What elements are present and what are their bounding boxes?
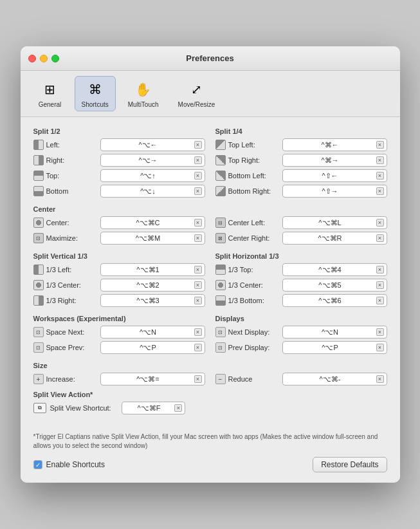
topright-shortcut: ^⌘→ bbox=[286, 156, 375, 165]
splith1-shortcut: ^⌥⌘4 bbox=[286, 266, 375, 274]
center-row: Center Center: ^⌥⌘C × ⊡ Maximize: ^⌥⌘M × bbox=[33, 205, 387, 247]
topright-clear[interactable]: × bbox=[376, 156, 384, 164]
split12-left-row: Left: ^⌥← × bbox=[33, 138, 205, 151]
splitview-clear[interactable]: × bbox=[174, 404, 182, 412]
increase-clear[interactable]: × bbox=[194, 375, 202, 383]
splitv1-shortcut: ^⌥⌘1 bbox=[104, 266, 193, 274]
splitview-field[interactable]: ^⌥⌘F × bbox=[122, 402, 186, 414]
nextdisplay-clear[interactable]: × bbox=[376, 328, 384, 336]
spacenext-field[interactable]: ^⌥N × bbox=[100, 326, 205, 339]
spaceprev-field[interactable]: ^⌥P × bbox=[100, 341, 205, 354]
splith2-field[interactable]: ^⌥⌘5 × bbox=[282, 279, 387, 292]
top-field[interactable]: ^⌥↑ × bbox=[100, 169, 205, 182]
splitv2-shortcut: ^⌥⌘2 bbox=[104, 281, 193, 290]
spacenext-shortcut: ^⌥N bbox=[104, 328, 193, 337]
bottomright-field[interactable]: ^⇧→ × bbox=[282, 185, 387, 198]
general-icon: ⊞ bbox=[40, 79, 60, 100]
nextdisplay-label: Next Display: bbox=[228, 328, 280, 336]
bottomleft-clear[interactable]: × bbox=[376, 172, 384, 180]
workspace-displays-row: Workspaces (Experimental) ⊡ Space Next: … bbox=[33, 315, 387, 357]
restore-defaults-button[interactable]: Restore Defaults bbox=[313, 457, 387, 472]
bottomright-clear[interactable]: × bbox=[376, 187, 384, 195]
splith1-field[interactable]: ^⌥⌘4 × bbox=[282, 263, 387, 276]
reduce-icon: − bbox=[215, 374, 226, 384]
splitv1-field[interactable]: ^⌥⌘1 × bbox=[100, 263, 205, 276]
spacenext-clear[interactable]: × bbox=[194, 328, 202, 336]
prevdisplay-field[interactable]: ^⌥P × bbox=[282, 341, 387, 354]
size-reduce-row: − Reduce ^⌥⌘- × bbox=[215, 373, 387, 385]
splith3-clear[interactable]: × bbox=[376, 297, 384, 304]
splitv-1-row: 1/3 Left: ^⌥⌘1 × bbox=[33, 263, 205, 276]
nextdisplay-field[interactable]: ^⌥N × bbox=[282, 326, 387, 339]
center-maximize-row: ⊡ Maximize: ^⌥⌘M × bbox=[33, 232, 205, 245]
bottomleft-field[interactable]: ^⇧← × bbox=[282, 169, 387, 182]
spaceprev-shortcut: ^⌥P bbox=[104, 344, 193, 352]
bottomleft-label: Bottom Left: bbox=[228, 172, 280, 180]
reduce-clear[interactable]: × bbox=[376, 375, 384, 383]
splith2-label: 1/3 Center: bbox=[228, 281, 280, 289]
centerleft-row: ⊟ Center Left: ^⌥⌘L × bbox=[215, 216, 387, 229]
toolbar-shortcuts[interactable]: ⌘ Shortcuts bbox=[75, 76, 116, 111]
left-field[interactable]: ^⌥← × bbox=[100, 138, 205, 151]
prevdisplay-label: Prev Display: bbox=[228, 344, 280, 351]
topleft-clear[interactable]: × bbox=[376, 141, 384, 149]
prevdisplay-clear[interactable]: × bbox=[376, 344, 384, 351]
bottomright-label: Bottom Right: bbox=[228, 187, 280, 195]
footer: *Trigger El Captians native Split View A… bbox=[21, 427, 400, 483]
prevdisplay-icon: ⊡ bbox=[215, 342, 226, 353]
splitv1-clear[interactable]: × bbox=[194, 266, 202, 274]
split12-top-row: Top: ^⌥↑ × bbox=[33, 169, 205, 182]
splith2-clear[interactable]: × bbox=[376, 281, 384, 289]
top-icon bbox=[33, 171, 44, 181]
topright-field[interactable]: ^⌘→ × bbox=[282, 154, 387, 167]
multitouch-label: MultiTouch bbox=[128, 101, 159, 108]
minimize-button[interactable] bbox=[40, 55, 48, 62]
right-field[interactable]: ^⌥→ × bbox=[100, 154, 205, 167]
spaceprev-clear[interactable]: × bbox=[194, 344, 202, 351]
top-shortcut: ^⌥↑ bbox=[104, 172, 193, 180]
center-clear[interactable]: × bbox=[194, 219, 202, 227]
close-button[interactable] bbox=[28, 55, 36, 62]
split14-bottomleft-row: Bottom Left: ^⇧← × bbox=[215, 169, 387, 182]
centerright-field[interactable]: ^⌥⌘R × bbox=[282, 232, 387, 245]
splith-1-row: 1/3 Top: ^⌥⌘4 × bbox=[215, 263, 387, 276]
splitv3-clear[interactable]: × bbox=[194, 297, 202, 304]
increase-field[interactable]: ^⌥⌘= × bbox=[100, 373, 205, 385]
bottomright-icon bbox=[215, 186, 226, 196]
splith2-shortcut: ^⌥⌘5 bbox=[286, 281, 375, 290]
splitv3-field[interactable]: ^⌥⌘3 × bbox=[100, 294, 205, 307]
toolbar-moveresize[interactable]: ⤢ Move/Resize bbox=[171, 76, 223, 111]
centerleft-label: Center Left: bbox=[228, 219, 280, 227]
bottom-field[interactable]: ^⌥↓ × bbox=[100, 185, 205, 198]
toolbar-multitouch[interactable]: ✋ MultiTouch bbox=[121, 76, 166, 111]
splith1-clear[interactable]: × bbox=[376, 266, 384, 274]
reduce-field[interactable]: ^⌥⌘- × bbox=[282, 373, 387, 385]
multitouch-icon: ✋ bbox=[133, 79, 154, 100]
center-field[interactable]: ^⌥⌘C × bbox=[100, 216, 205, 229]
right-clear[interactable]: × bbox=[194, 156, 202, 164]
splitv2-field[interactable]: ^⌥⌘2 × bbox=[100, 279, 205, 292]
splith3-field[interactable]: ^⌥⌘6 × bbox=[282, 294, 387, 307]
centerleft-icon: ⊟ bbox=[215, 218, 226, 228]
centerleft-clear[interactable]: × bbox=[376, 219, 384, 227]
maximize-label: Maximize: bbox=[46, 234, 98, 242]
maximize-button[interactable] bbox=[51, 55, 59, 62]
centerright-label: Center Right: bbox=[228, 234, 280, 242]
centerleft-field[interactable]: ^⌥⌘L × bbox=[282, 216, 387, 229]
bottom-clear[interactable]: × bbox=[194, 187, 202, 195]
centerright-clear[interactable]: × bbox=[376, 234, 384, 242]
enable-shortcuts-checkbox[interactable]: ✓ bbox=[33, 460, 42, 469]
splitv2-icon bbox=[33, 280, 44, 290]
center-label: Center: bbox=[46, 219, 98, 227]
maximize-clear[interactable]: × bbox=[194, 234, 202, 242]
toolbar-general[interactable]: ⊞ General bbox=[31, 76, 69, 111]
left-clear[interactable]: × bbox=[194, 141, 202, 149]
splith1-label: 1/3 Top: bbox=[228, 266, 280, 274]
prevdisplay-row: ⊡ Prev Display: ^⌥P × bbox=[215, 341, 387, 354]
splith-header: Split Horizontal 1/3 bbox=[215, 252, 387, 260]
top-clear[interactable]: × bbox=[194, 172, 202, 180]
topleft-field[interactable]: ^⌘← × bbox=[282, 138, 387, 151]
splitv2-clear[interactable]: × bbox=[194, 281, 202, 289]
maximize-field[interactable]: ^⌥⌘M × bbox=[100, 232, 205, 245]
enable-shortcuts-row[interactable]: ✓ Enable Shortcuts bbox=[33, 460, 105, 469]
